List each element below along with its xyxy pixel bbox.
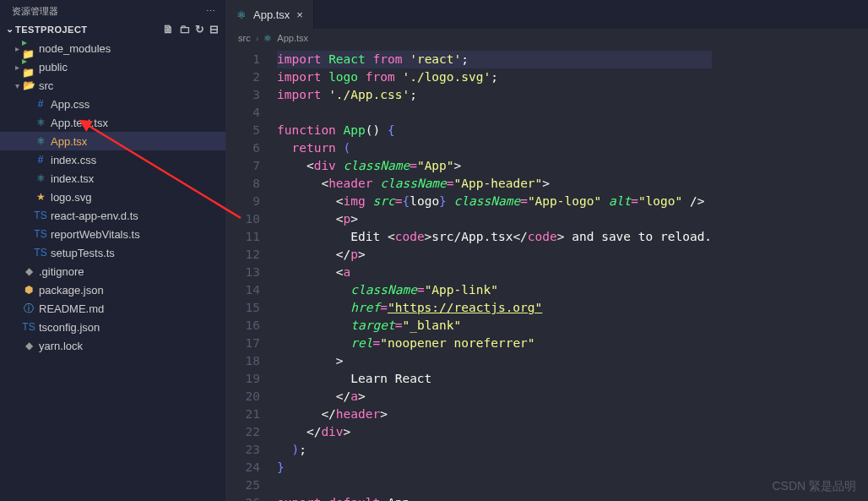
code-line: export default App;: [277, 494, 712, 501]
yarn-icon: ◆: [22, 340, 35, 351]
tree-item[interactable]: ⬢package.json: [0, 280, 225, 299]
code-line: </header>: [277, 406, 712, 423]
info-icon: ⓘ: [22, 302, 35, 316]
tree-item[interactable]: ▾📂src: [0, 76, 225, 95]
close-icon[interactable]: ×: [296, 8, 303, 21]
file-tree: ▸▸📁node_modules▸▸📁public▾📂src#App.css⚛Ap…: [0, 39, 225, 501]
collapse-icon[interactable]: ⊟: [209, 23, 219, 35]
file-name: App.css: [51, 98, 90, 111]
code-line: import logo from './logo.svg';: [277, 68, 712, 86]
file-name: index.css: [51, 154, 96, 166]
file-name: react-app-env.d.ts: [51, 210, 138, 222]
code-line: <header className="App-header">: [277, 175, 712, 193]
file-name: node_modules: [39, 42, 111, 55]
code-line: <div className="App">: [277, 157, 712, 175]
tree-item[interactable]: ▸▸📁public: [0, 57, 225, 76]
code-line: }: [277, 459, 712, 476]
tree-item[interactable]: ⓘREADME.md: [0, 299, 225, 318]
chevron-down-icon: ⌄: [3, 24, 15, 35]
code-line: href="https://reactjs.org": [277, 299, 712, 317]
tree-item[interactable]: TStsconfig.json: [0, 318, 225, 336]
file-name: setupTests.ts: [51, 247, 115, 259]
code-line: >: [277, 352, 712, 370]
chevron-down-icon[interactable]: ▾: [12, 81, 22, 90]
tree-item[interactable]: TSsetupTests.ts: [0, 243, 225, 262]
project-name: TESTPROJECT: [15, 25, 163, 35]
tree-item[interactable]: ★logo.svg: [0, 188, 225, 206]
tree-item[interactable]: TSreportWebVitals.ts: [0, 225, 225, 243]
tree-item[interactable]: TSreact-app-env.d.ts: [0, 206, 225, 225]
code-line: import React from 'react';: [277, 51, 712, 68]
react-icon: ⚛: [236, 8, 247, 21]
chevron-right-icon: ›: [256, 33, 259, 43]
code-line: <p>: [277, 210, 712, 228]
tree-item[interactable]: ⚛App.tsx: [0, 132, 225, 150]
react-icon: ⚛: [34, 135, 47, 147]
breadcrumb-seg: src: [238, 33, 251, 43]
tree-item[interactable]: ⚛index.tsx: [0, 169, 225, 188]
code-area[interactable]: 1234567891011121314151617181920212223242…: [226, 47, 868, 501]
tab-bar: ⚛ App.tsx ×: [226, 0, 868, 29]
new-folder-icon[interactable]: 🗀: [179, 23, 190, 35]
file-name: reportWebVitals.ts: [51, 228, 140, 241]
tab-label: App.tsx: [253, 8, 290, 21]
project-header[interactable]: ⌄ TESTPROJECT 🗎 🗀 ↻ ⊟: [0, 21, 225, 39]
code-line: className="App-link": [277, 281, 712, 299]
code-line: return (: [277, 139, 712, 157]
code-line: [277, 104, 712, 122]
code-line: </a>: [277, 388, 712, 406]
line-numbers: 1234567891011121314151617181920212223242…: [226, 47, 272, 501]
git-icon: ◆: [22, 265, 35, 277]
json-icon: ⬢: [22, 284, 35, 296]
code-line: [277, 476, 712, 494]
tree-item[interactable]: ◆.gitignore: [0, 262, 225, 280]
code-line: Learn React: [277, 370, 712, 388]
tree-item[interactable]: #index.css: [0, 150, 225, 169]
ts-icon: TS: [22, 321, 35, 333]
file-name: src: [39, 79, 53, 92]
code-line: );: [277, 441, 712, 459]
code-line: </div>: [277, 423, 712, 441]
code-line: import './App.css';: [277, 86, 712, 104]
chevron-right-icon[interactable]: ▸: [12, 63, 22, 72]
file-name: App.tsx: [51, 135, 87, 148]
file-name: README.md: [39, 302, 104, 315]
code-line: </p>: [277, 246, 712, 264]
file-name: tsconfig.json: [39, 321, 100, 334]
tree-item[interactable]: #App.css: [0, 95, 225, 113]
file-name: public: [39, 61, 68, 74]
tree-item[interactable]: ◆yarn.lock: [0, 336, 225, 355]
folder-open-icon: 📂: [22, 79, 35, 91]
chevron-right-icon[interactable]: ▸: [12, 44, 22, 53]
file-name: package.json: [39, 284, 104, 297]
file-name: logo.svg: [51, 191, 91, 204]
file-name: .gitignore: [39, 265, 84, 278]
more-icon[interactable]: ⋯: [206, 6, 217, 17]
folder-icon: ▸📁: [22, 55, 35, 79]
file-name: yarn.lock: [39, 340, 83, 352]
tree-item[interactable]: ⚛App.test.tsx: [0, 113, 225, 132]
tab-app-tsx[interactable]: ⚛ App.tsx ×: [226, 0, 314, 29]
refresh-icon[interactable]: ↻: [195, 23, 204, 35]
css-icon: #: [34, 98, 47, 110]
editor-pane: ⚛ App.tsx × src › ⚛ App.tsx 123456789101…: [226, 0, 868, 501]
explorer-title: 资源管理器: [12, 5, 58, 18]
code-content[interactable]: import React from 'react';import logo fr…: [272, 47, 712, 501]
ts-icon: TS: [34, 247, 47, 259]
ts-icon: TS: [34, 228, 47, 240]
react-icon: ⚛: [263, 33, 272, 44]
breadcrumb[interactable]: src › ⚛ App.tsx: [226, 29, 868, 47]
ts-icon: TS: [34, 210, 47, 221]
svg-icon: ★: [34, 191, 47, 203]
code-line: function App() {: [277, 122, 712, 139]
new-file-icon[interactable]: 🗎: [163, 23, 174, 35]
code-line: <a: [277, 264, 712, 281]
code-line: <img src={logo} className="App-logo" alt…: [277, 193, 712, 210]
file-name: App.test.tsx: [51, 117, 108, 129]
explorer-title-row: 资源管理器 ⋯: [0, 0, 225, 21]
file-name: index.tsx: [51, 172, 94, 185]
breadcrumb-seg: App.tsx: [277, 33, 308, 43]
code-line: Edit <code>src/App.tsx</code> and save t…: [277, 228, 712, 246]
code-line: target="_blank": [277, 317, 712, 335]
react-icon: ⚛: [34, 172, 47, 184]
